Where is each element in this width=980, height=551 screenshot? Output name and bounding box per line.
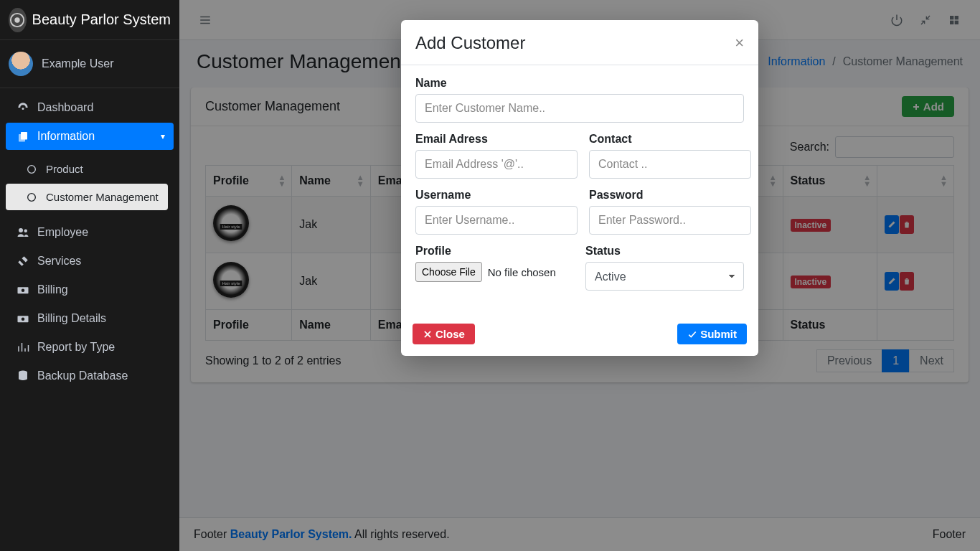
sidebar-item-information[interactable]: Information▾ <box>6 123 174 150</box>
status-label: Status <box>585 245 744 258</box>
sidebar: Beauty Parlor System Example User Dashbo… <box>0 0 179 551</box>
money-icon <box>14 312 32 325</box>
contact-input[interactable] <box>589 150 751 179</box>
sidebar-item-customer-management[interactable]: Customer Management <box>6 184 168 210</box>
content-wrapper: Customer Management InformationCustomer … <box>179 0 980 551</box>
gauge-icon <box>14 101 32 114</box>
sidebar-item-label: Report by Type <box>37 341 165 354</box>
close-button-label: Close <box>435 328 465 340</box>
contact-label: Contact <box>589 133 751 146</box>
choose-file-button[interactable]: Choose File <box>415 262 482 282</box>
svg-point-10 <box>22 289 25 293</box>
sidebar-item-product[interactable]: Product <box>6 156 168 182</box>
svg-point-2 <box>22 108 24 110</box>
copy-icon <box>14 130 32 143</box>
db-icon <box>14 369 32 382</box>
svg-point-1 <box>15 17 20 22</box>
modal-close-button[interactable]: × <box>735 35 744 51</box>
submit-button[interactable]: Submit <box>677 324 747 344</box>
sidebar-item-services[interactable]: Services <box>6 248 174 275</box>
sidebar-item-label: Billing Details <box>37 312 165 325</box>
username-label: Username <box>415 189 578 202</box>
circle-icon <box>23 164 40 175</box>
status-select[interactable]: ActiveInactive <box>585 262 744 291</box>
sidebar-item-label: Employee <box>37 226 165 239</box>
add-customer-modal: Add Customer × Name Email Adress C <box>401 20 758 356</box>
svg-rect-4 <box>19 134 25 142</box>
money-icon <box>14 283 32 296</box>
user-name: Example User <box>42 57 113 70</box>
chevron-down-icon: ▾ <box>161 131 165 141</box>
file-chosen-text: No file chosen <box>488 266 556 278</box>
svg-point-6 <box>28 193 36 201</box>
sidebar-item-billing-details[interactable]: Billing Details <box>6 305 174 332</box>
profile-label: Profile <box>415 245 574 258</box>
sidebar-item-dashboard[interactable]: Dashboard <box>6 94 174 121</box>
sidebar-item-label: Customer Management <box>46 191 159 203</box>
svg-point-12 <box>22 318 25 321</box>
sidebar-item-label: Services <box>37 255 165 268</box>
circle-icon <box>23 192 40 203</box>
avatar <box>9 52 33 76</box>
sidebar-item-report-by-type[interactable]: Report by Type <box>6 334 174 361</box>
svg-point-7 <box>19 228 23 232</box>
email-input[interactable] <box>415 150 578 179</box>
sidebar-item-label: Dashboard <box>37 101 165 114</box>
modal-title: Add Customer <box>415 33 735 53</box>
username-input[interactable] <box>415 206 578 235</box>
sidebar-item-billing[interactable]: Billing <box>6 276 174 303</box>
sidebar-item-label: Billing <box>37 283 165 296</box>
chart-icon <box>14 341 32 354</box>
user-panel[interactable]: Example User <box>0 40 179 88</box>
password-input[interactable] <box>589 206 751 235</box>
brand[interactable]: Beauty Parlor System <box>0 0 179 40</box>
email-label: Email Adress <box>415 133 578 146</box>
tools-icon <box>14 255 32 268</box>
users-icon <box>14 226 32 239</box>
nav: DashboardInformation▾ProductCustomer Man… <box>0 88 179 397</box>
sidebar-item-label: Information <box>37 130 161 143</box>
brand-logo-icon <box>9 8 27 32</box>
password-label: Password <box>589 189 751 202</box>
name-label: Name <box>415 77 744 90</box>
modal-backdrop[interactable]: Add Customer × Name Email Adress C <box>179 0 980 551</box>
svg-point-5 <box>28 165 36 173</box>
sidebar-item-label: Product <box>46 163 159 175</box>
close-button[interactable]: Close <box>413 324 475 344</box>
sidebar-item-label: Backup Database <box>37 369 165 382</box>
svg-point-8 <box>24 230 28 233</box>
brand-text: Beauty Parlor System <box>32 11 171 28</box>
sidebar-item-employee[interactable]: Employee <box>6 219 174 246</box>
sidebar-item-backup-database[interactable]: Backup Database <box>6 362 174 390</box>
name-input[interactable] <box>415 94 744 123</box>
submit-button-label: Submit <box>700 328 737 340</box>
